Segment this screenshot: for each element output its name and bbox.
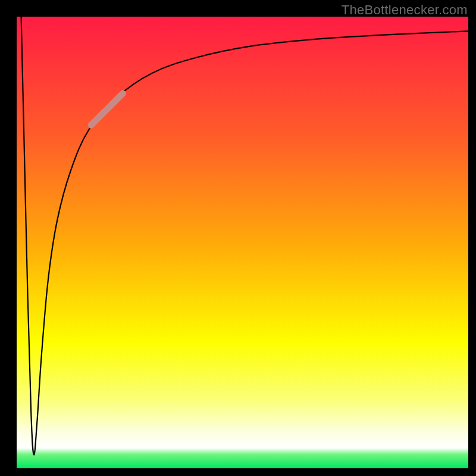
watermark-text: TheBottlenecker.com <box>342 2 468 18</box>
gradient-background <box>17 17 468 468</box>
chart-svg <box>17 17 468 468</box>
chart-area <box>17 17 468 468</box>
